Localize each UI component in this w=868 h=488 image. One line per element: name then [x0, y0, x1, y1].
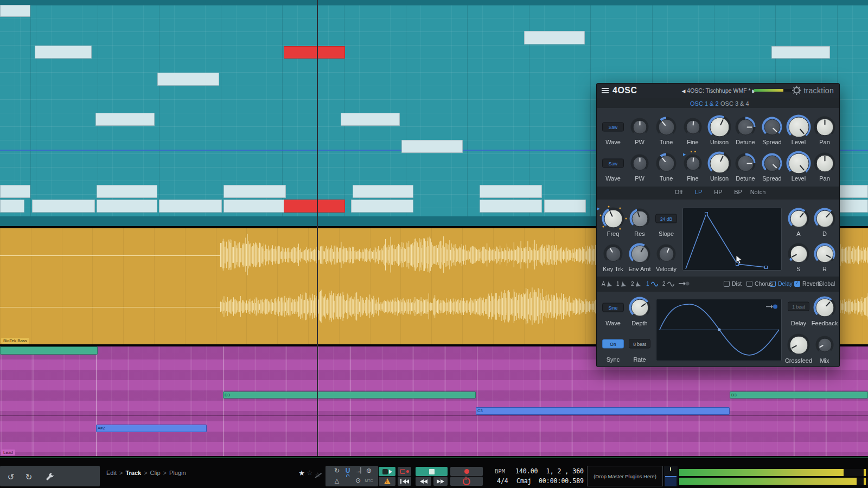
- abort-record-button[interactable]: [450, 477, 483, 486]
- bar-beat-position[interactable]: 1, 2 , 360: [546, 467, 584, 475]
- preset-name[interactable]: 4OSC: Tischhupe WMF *: [687, 87, 750, 94]
- knob-pan-1[interactable]: [814, 117, 835, 138]
- knob-s[interactable]: [788, 243, 809, 265]
- knob-velocity[interactable]: [657, 245, 676, 264]
- loop-return-icon[interactable]: ⊙: [355, 477, 361, 484]
- knob-depth[interactable]: [629, 297, 650, 318]
- fx-toggle-dist[interactable]: Dist: [724, 280, 742, 287]
- knob-unison-1[interactable]: [708, 115, 731, 139]
- fx-toggle-delay[interactable]: Delay: [770, 280, 793, 287]
- piano-note[interactable]: [771, 46, 830, 59]
- knob-pw-2[interactable]: [631, 155, 649, 172]
- lfo-wave-button[interactable]: Sine: [602, 303, 624, 312]
- piano-note[interactable]: [157, 73, 219, 86]
- play-button[interactable]: [379, 467, 395, 476]
- breadcrumb[interactable]: Edit>Track>Clip>Plugin: [106, 470, 186, 476]
- plugin-window-4osc[interactable]: 4OSC ◀ 4OSC: Tischhupe WMF * ▶ trackt: [596, 83, 840, 367]
- tab-osc-3-4[interactable]: OSC 3 & 4: [720, 100, 749, 107]
- mod-source-env-1[interactable]: 1: [616, 281, 627, 287]
- knob-freq[interactable]: ▶: [602, 208, 624, 230]
- midi-note[interactable]: [0, 346, 98, 355]
- mtc-label[interactable]: MTC: [365, 479, 373, 483]
- piano-note[interactable]: [224, 185, 286, 198]
- wave-button-2[interactable]: Saw: [602, 159, 624, 168]
- preset-prev-icon[interactable]: ◀: [682, 88, 686, 94]
- piano-note[interactable]: [524, 31, 585, 44]
- record-arm-button[interactable]: [398, 467, 411, 476]
- knob-spread-2[interactable]: [762, 153, 782, 174]
- return-to-start-button[interactable]: [398, 477, 411, 486]
- playhead-cursor[interactable]: [317, 0, 318, 456]
- midi-note-d3[interactable]: D3: [730, 391, 868, 399]
- wrench-icon[interactable]: [46, 472, 54, 481]
- knob-a[interactable]: [788, 208, 809, 229]
- filter-tab-off[interactable]: Off: [675, 189, 682, 195]
- warning-button[interactable]: [379, 477, 395, 486]
- checkbox-dist[interactable]: [724, 281, 730, 287]
- piano-note[interactable]: [544, 200, 586, 213]
- globe-icon[interactable]: ⊕: [366, 467, 372, 474]
- star-disabled-icon[interactable]: ☆: [315, 472, 321, 478]
- knob-feedback[interactable]: [814, 297, 836, 319]
- slope-button[interactable]: 24 dB: [655, 214, 677, 223]
- piano-note[interactable]: [0, 5, 30, 17]
- filter-tab-notch[interactable]: Notch: [750, 189, 766, 195]
- master-fader[interactable]: [664, 466, 678, 486]
- mod-source-env-2[interactable]: 2: [631, 281, 642, 287]
- knob-key-trk[interactable]: [604, 245, 623, 264]
- mod-source-lfo-1[interactable]: 1: [646, 281, 658, 287]
- master-plugin-drop-zone[interactable]: (Drop Master Plugins Here): [587, 466, 663, 486]
- lfo-sync-button[interactable]: On: [602, 339, 624, 349]
- piano-note[interactable]: [97, 185, 157, 198]
- piano-note-selected[interactable]: [284, 200, 345, 213]
- rewind-button[interactable]: [416, 477, 431, 486]
- knob-unison-2[interactable]: [708, 152, 731, 175]
- knob-spread-1[interactable]: [762, 117, 782, 137]
- filter-tab-lp[interactable]: LP: [695, 189, 702, 195]
- piano-note[interactable]: [353, 185, 413, 198]
- piano-note[interactable]: [32, 200, 95, 213]
- envelope-display[interactable]: [682, 208, 782, 271]
- mod-source-env-a[interactable]: A: [602, 281, 613, 287]
- midi-clip-label[interactable]: Lead: [1, 450, 15, 455]
- audio-clip-label[interactable]: BioTek Bass: [1, 338, 29, 344]
- filter-tab-hp[interactable]: HP: [714, 189, 722, 195]
- piano-note[interactable]: [0, 185, 30, 198]
- bpm-value[interactable]: 140.00: [515, 467, 538, 475]
- knob-fine-2[interactable]: [684, 155, 702, 172]
- record-button[interactable]: [450, 467, 483, 476]
- tab-osc-1-2[interactable]: OSC 1 & 2: [690, 100, 719, 107]
- piano-note[interactable]: [159, 200, 222, 213]
- midi-note-d3[interactable]: D3: [223, 391, 476, 399]
- knob-crossfeed[interactable]: [788, 334, 810, 356]
- knob-d[interactable]: [814, 208, 835, 229]
- mod-source-lfo-2[interactable]: 2: [662, 281, 674, 287]
- menu-icon[interactable]: [602, 88, 609, 94]
- knob-level-1[interactable]: [787, 115, 811, 139]
- star-outline-icon[interactable]: ☆: [307, 470, 313, 476]
- time-signature[interactable]: 4/4: [497, 477, 508, 485]
- mod-target-icon[interactable]: [679, 281, 690, 286]
- piano-note[interactable]: [480, 200, 542, 213]
- fast-forward-button[interactable]: [433, 477, 448, 486]
- timecode[interactable]: 00:00:00.589: [539, 477, 584, 485]
- piano-note[interactable]: [480, 185, 542, 198]
- wave-button-1[interactable]: Saw: [602, 123, 624, 132]
- delay-time-button[interactable]: 1 beat: [788, 302, 809, 311]
- breadcrumb-plugin[interactable]: Plugin: [169, 470, 186, 476]
- preset-selector[interactable]: ◀ 4OSC: Tischhupe WMF * ▶: [673, 87, 765, 94]
- redo-icon[interactable]: ↻: [25, 473, 33, 481]
- piano-note[interactable]: [341, 113, 400, 126]
- piano-note[interactable]: [35, 46, 92, 59]
- knob-detune-1[interactable]: [736, 117, 756, 137]
- knob-tune-1[interactable]: [656, 117, 676, 137]
- lfo-display[interactable]: [656, 299, 782, 361]
- stop-button[interactable]: [416, 467, 448, 476]
- piano-note[interactable]: [95, 113, 155, 126]
- fx-toggle-reverb[interactable]: Reverb: [794, 280, 821, 287]
- fx-toggle-global[interactable]: Global: [819, 280, 835, 287]
- knob-pw-1[interactable]: [631, 118, 649, 136]
- undo-icon[interactable]: ↺: [8, 473, 15, 481]
- key-signature[interactable]: Cmaj: [516, 477, 532, 485]
- knob-r[interactable]: [814, 243, 835, 265]
